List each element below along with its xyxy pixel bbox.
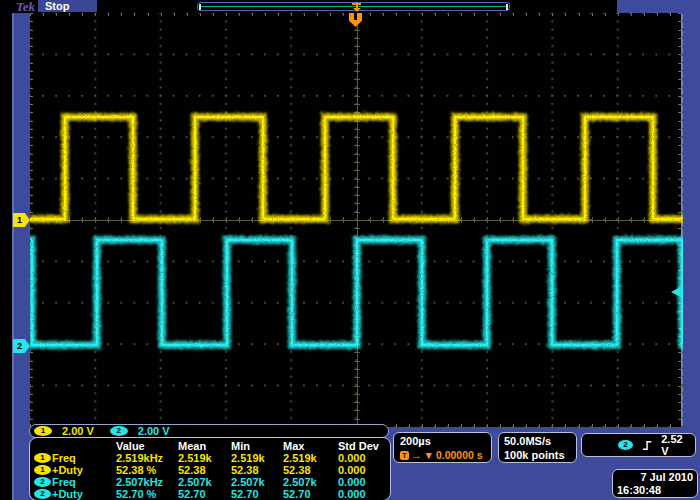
measurement-row: 2 Freq 2.507kHz 2.507k 2.507k 2.507k 0.0…: [30, 476, 390, 488]
datetime-box: 7 Jul 2010 16:30:48: [612, 469, 698, 498]
measurement-table: Value Mean Min Max Std Dev 1 Freq 2.519k…: [29, 437, 391, 500]
sample-rate: 50.0MS/s: [504, 434, 576, 448]
time-label: 16:30:48: [617, 484, 693, 497]
bezel-highlight: [12, 13, 14, 500]
timebase-scale: 200µs: [400, 434, 491, 448]
col-std-dev: Std Dev: [338, 440, 390, 452]
ch1-ground-marker[interactable]: 1: [13, 213, 30, 227]
ch2-badge: 2: [34, 477, 51, 487]
measurement-row: 1 Freq 2.519kHz 2.519k 2.519k 2.519k 0.0…: [30, 452, 390, 464]
measurement-row: 1 +Duty 52.38 % 52.38 52.38 52.38 0.000: [30, 464, 390, 476]
trigger-settings-box[interactable]: 2 2.52 V: [581, 433, 696, 457]
trigger-position-icon[interactable]: [352, 3, 361, 12]
channel-scale-bar: 1 2.00 V 2 2.00 V: [29, 424, 389, 438]
col-min: Min: [231, 440, 283, 452]
ch1-trace: [30, 117, 683, 219]
col-value: Value: [116, 440, 178, 452]
record-position-bar[interactable]: [197, 2, 510, 11]
trigger-source-badge: 2: [618, 440, 633, 450]
acquisition-status-button[interactable]: Stop: [38, 0, 97, 12]
date-label: 7 Jul 2010: [617, 471, 693, 484]
horizontal-position-value: 0.00000 s: [436, 448, 483, 462]
left-black-strip: [0, 0, 12, 500]
trigger-flag-icon[interactable]: [349, 13, 362, 27]
ch1-badge: 1: [34, 453, 51, 463]
down-arrow-icon: ▼: [424, 448, 434, 462]
waveform-traces: [30, 13, 683, 427]
ch2-trace: [30, 240, 683, 345]
ch1-badge[interactable]: 1: [34, 426, 52, 436]
rising-edge-icon: [642, 439, 652, 452]
measurement-row: 2 +Duty 52.70 % 52.70 52.70 52.70 0.000: [30, 488, 390, 500]
ch2-badge: 2: [34, 489, 51, 499]
record-view-bracket-right: [506, 4, 508, 10]
ch2-scale-label[interactable]: 2.00 V: [138, 425, 170, 437]
col-max: Max: [283, 440, 338, 452]
ch1-badge: 1: [34, 465, 51, 475]
measurement-header-row: Value Mean Min Max Std Dev: [30, 440, 390, 452]
oscilloscope-display: Tek Stop: [0, 0, 700, 500]
col-mean: Mean: [178, 440, 231, 452]
arrow-right-icon: →: [411, 448, 422, 462]
trigger-level-value: 2.52 V: [661, 433, 688, 457]
ch1-scale-label[interactable]: 2.00 V: [62, 425, 94, 437]
record-view-bracket-left: [199, 4, 201, 10]
trigger-delay-icon: T: [400, 451, 409, 460]
acquisition-box[interactable]: 50.0MS/s 100k points: [498, 432, 577, 463]
record-length: 100k points: [504, 448, 576, 462]
ch2-badge[interactable]: 2: [110, 426, 128, 436]
ch2-ground-marker[interactable]: 2: [13, 339, 30, 353]
graticule-screen: [30, 13, 683, 427]
horizontal-settings-box[interactable]: 200µs T→▼ 0.00000 s: [393, 432, 492, 463]
